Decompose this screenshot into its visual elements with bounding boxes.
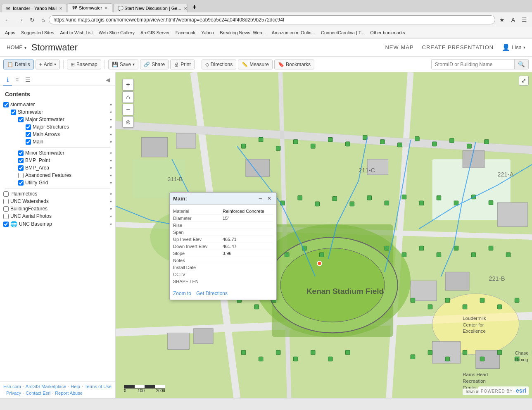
tab-discussion[interactable]: 💬 Start New Discussion | Ge... ✕ [113, 4, 188, 12]
print-button[interactable]: 🖨 Print [170, 60, 195, 69]
layer-bmp-point[interactable]: BMP_Point ▾ [17, 157, 114, 164]
bm-webslice[interactable]: Web Slice Gallery [96, 30, 137, 36]
layer-bmp-area-checkbox[interactable] [18, 165, 24, 171]
layer-abandoned-features[interactable]: Abandoned Features ▾ [17, 172, 114, 179]
get-directions-link[interactable]: Get Directions [196, 291, 228, 296]
layer-planimetrics-arrow[interactable]: ▾ [110, 192, 112, 196]
bm-wishlist[interactable]: Add to Wish List [57, 30, 95, 36]
bm-yahoo[interactable]: Yahoo [199, 30, 216, 36]
layer-unc-aerial-arrow[interactable]: ▾ [110, 214, 112, 219]
layer-stormwater-sub-arrow[interactable]: ▾ [110, 110, 112, 114]
layer-unc-basemap-checkbox[interactable] [3, 222, 9, 227]
bm-apps[interactable]: Apps [2, 30, 18, 36]
layer-major-stormwater-checkbox[interactable] [18, 117, 24, 122]
search-input[interactable] [432, 60, 514, 69]
layer-abandoned-features-checkbox[interactable] [18, 173, 24, 178]
search-submit-button[interactable]: 🔍 [514, 60, 528, 69]
layer-main[interactable]: Main ▾ [24, 138, 114, 145]
bm-facebook[interactable]: Facebook [173, 30, 198, 36]
footer-link-contact[interactable]: Contact Esri [26, 391, 50, 396]
layer-utility-grid-arrow[interactable]: ▾ [110, 181, 112, 185]
bm-news[interactable]: Breaking News, Wea... [217, 30, 268, 36]
layer-major-stormwater[interactable]: Major Stormwater ▾ [17, 116, 114, 123]
home-map-button[interactable]: ⌂ [122, 91, 134, 103]
footer-link-privacy[interactable]: Privacy [6, 391, 21, 396]
share-button[interactable]: 🔗 Share [140, 60, 169, 69]
create-presentation-button[interactable]: CREATE PRESENTATION [422, 44, 494, 50]
layer-unc-aerial-checkbox[interactable] [3, 214, 9, 219]
new-map-button[interactable]: NEW MAP [385, 44, 413, 50]
home-nav-button[interactable]: ⌂ [39, 15, 47, 24]
layer-stormwater-sub-checkbox[interactable] [11, 110, 16, 115]
layer-unc-watersheds-checkbox[interactable] [3, 199, 9, 204]
layer-building-features-checkbox[interactable] [3, 206, 9, 212]
new-tab-button[interactable]: + [188, 2, 200, 12]
bm-carolacarolina[interactable]: ConnectCarolina | T... [318, 30, 367, 36]
layer-unc-watersheds-arrow[interactable]: ▾ [110, 199, 112, 204]
zoom-out-button[interactable]: − [122, 104, 134, 115]
address-bar[interactable] [49, 15, 495, 24]
menu-button[interactable]: ☰ [519, 15, 530, 24]
layer-unc-aerial[interactable]: UNC Aerial Photos ▾ [2, 212, 114, 220]
bm-suggested[interactable]: Suggested Sites [19, 30, 57, 36]
bm-arcgis[interactable]: ArcGIS Server [138, 30, 172, 36]
back-button[interactable]: ← [2, 15, 13, 24]
layer-utility-grid[interactable]: Utility Grid ▾ [17, 179, 114, 186]
translate-button[interactable]: A [509, 15, 518, 24]
layer-minor-stormwater-arrow[interactable]: ▾ [110, 151, 112, 155]
details-button[interactable]: 📋 Details [3, 60, 34, 69]
layer-main-arrows[interactable]: Main Arrows ▾ [24, 131, 114, 138]
basemap-button[interactable]: ⊞ Basemap [67, 60, 101, 69]
layer-unc-basemap[interactable]: 🌐 UNC Basemap ▾ [2, 220, 114, 228]
add-button[interactable]: + Add ▾ [36, 60, 60, 69]
layer-abandoned-features-arrow[interactable]: ▾ [110, 173, 112, 178]
layer-stormwater-arrow[interactable]: ▾ [110, 102, 112, 107]
bookmark-button[interactable]: ★ [497, 15, 507, 24]
tab-close-discussion[interactable]: ✕ [184, 6, 187, 11]
layer-building-features-arrow[interactable]: ▾ [110, 207, 112, 211]
footer-link-report[interactable]: Report Abuse [55, 391, 83, 396]
layer-bmp-point-checkbox[interactable] [18, 158, 24, 163]
layer-major-structures-arrow[interactable]: ▾ [110, 125, 112, 129]
layer-building-features[interactable]: BuildingFeatures ▾ [2, 205, 114, 212]
sidebar-tab-info[interactable]: ℹ [3, 75, 12, 86]
layer-utility-grid-checkbox[interactable] [18, 180, 24, 186]
footer-link-terms[interactable]: Terms of Use [85, 384, 112, 389]
sidebar-tab-list[interactable]: ≡ [12, 75, 22, 86]
forward-button[interactable]: → [15, 15, 26, 24]
app-home-link[interactable]: HOME ▾ [7, 44, 26, 50]
sidebar-tab-legend[interactable]: ☰ [22, 75, 34, 86]
layer-major-structures[interactable]: Major Structures ▾ [24, 123, 114, 131]
layer-stormwater[interactable]: stormwater ▾ [2, 101, 114, 108]
layer-major-stormwater-arrow[interactable]: ▾ [110, 117, 112, 122]
measure-button[interactable]: 📏 Measure [238, 60, 273, 69]
reload-button[interactable]: ↻ [27, 15, 37, 24]
layer-main-arrows-arrow[interactable]: ▾ [110, 132, 112, 137]
bm-other[interactable]: Other bookmarks [368, 30, 407, 36]
directions-button[interactable]: ◇ Directions [202, 60, 236, 69]
layer-stormwater-sub[interactable]: Stormwater ▾ [9, 108, 114, 116]
bm-amazon[interactable]: Amazon.com: Onlin... [269, 30, 318, 36]
layer-bmp-area-arrow[interactable]: ▾ [110, 166, 112, 170]
footer-link-marketplace[interactable]: ArcGIS Marketplace [26, 384, 66, 389]
footer-link-esri[interactable]: Esri.com [3, 384, 21, 389]
layer-bmp-point-arrow[interactable]: ▾ [110, 158, 112, 163]
layer-planimetrics-checkbox[interactable] [3, 191, 9, 197]
tab-yahoo-mail[interactable]: ✉ Icsander - Yahoo Mail ✕ [2, 4, 67, 12]
map-area[interactable]: 211-C 221-A 221-B 311-B 321-B 221-C Kena… [116, 72, 532, 398]
tab-stormwater[interactable]: 🗺 Stormwater ✕ [68, 3, 112, 12]
footer-link-help[interactable]: Help [71, 384, 80, 389]
layer-stormwater-checkbox[interactable] [3, 102, 9, 107]
tab-close-mail[interactable]: ✕ [59, 6, 62, 11]
sidebar-collapse-button[interactable]: ◀ [104, 75, 112, 86]
tab-close-stormwater[interactable]: ✕ [104, 6, 108, 10]
popup-close-button[interactable]: ✕ [266, 195, 273, 202]
user-menu-button[interactable]: 👤 Lisa ▾ [502, 43, 525, 51]
save-button[interactable]: 💾 Save ▾ [108, 60, 138, 69]
layer-main-arrows-checkbox[interactable] [26, 132, 31, 137]
home-dropdown-icon[interactable]: ▾ [24, 45, 26, 50]
layer-unc-basemap-arrow[interactable]: ▾ [110, 222, 112, 226]
layer-unc-watersheds[interactable]: UNC Watersheds ▾ [2, 198, 114, 205]
bookmarks-button[interactable]: 🔖 Bookmarks [274, 60, 314, 69]
layer-major-structures-checkbox[interactable] [26, 124, 31, 130]
